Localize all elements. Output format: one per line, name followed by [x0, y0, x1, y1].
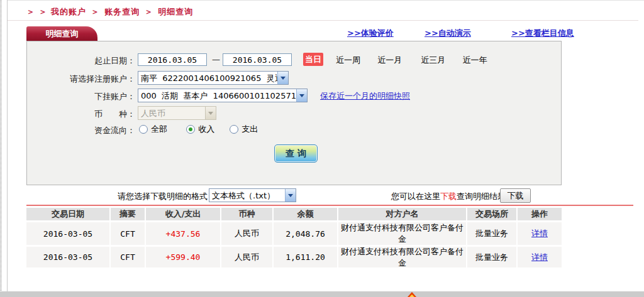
table-header-row: 交易日期 摘要 收入/支出 币种 余额 对方户名 交易场所 操作	[26, 208, 562, 220]
header-date: 交易日期	[26, 208, 111, 220]
range-last-year[interactable]: 近一年	[462, 55, 487, 66]
cell-summary: CFT	[111, 247, 146, 267]
cell-summary: CFT	[111, 222, 146, 245]
scroll-top-icon-inner	[409, 294, 414, 297]
currency-select: 人民币	[138, 106, 216, 120]
footer-bar	[0, 291, 644, 297]
radio-all-label: 全部	[151, 124, 167, 134]
cell-currency: 人民币	[221, 222, 274, 245]
left-dotted-border	[1, 0, 1, 297]
download-hint-before: 您可以在这里	[391, 192, 440, 201]
left-gray-line	[7, 0, 8, 291]
quick-range-row: 近一周 近一月 近三月 近一年	[336, 55, 487, 66]
registered-account-value: 南平 6222001406100921065 灵通卡	[138, 72, 277, 84]
breadcrumb-item-detail-query[interactable]: 明细查询	[158, 7, 193, 16]
link-experience-review[interactable]: >>体验评价	[347, 28, 394, 39]
detail-link[interactable]: 详情	[531, 228, 548, 239]
currency-label: 币 种：	[27, 109, 135, 120]
cell-date: 2016-03-05	[26, 222, 111, 245]
table-row: 2016-03-05 CFT +437.56 人民币 2,048.76 财付通支…	[26, 222, 562, 245]
currency-value: 人民币	[138, 107, 205, 119]
page: ＞ ＞ 我的账户 ＞ 账务查询 ＞ 明细查询 明细查询 >>体验评价 >>自动演…	[0, 0, 644, 297]
chevron-down-icon	[205, 107, 216, 119]
top-divider	[8, 0, 644, 1]
cell-balance: 2,048.76	[274, 222, 338, 245]
sub-account-label: 下挂账户：	[27, 91, 135, 102]
download-format-select[interactable]: 文本格式（.txt）	[209, 188, 296, 202]
header-action: 操作	[518, 208, 562, 220]
header-summary: 摘要	[111, 208, 146, 220]
radio-income[interactable]	[186, 125, 195, 134]
table-row: 2016-03-05 CFT +599.40 人民币 1,611.20 财付通支…	[26, 247, 562, 267]
download-format-value: 文本格式（.txt）	[209, 189, 285, 202]
chevron-down-icon[interactable]	[285, 189, 296, 202]
sub-account-select[interactable]: 000 活期 基本户 1406600101102571848	[138, 89, 308, 102]
breadcrumb-item-my-account[interactable]: 我的账户	[51, 7, 86, 16]
cell-currency: 人民币	[221, 247, 274, 267]
fund-flow-options: 全部 收入 支出	[139, 124, 258, 135]
date-to-input[interactable]	[223, 53, 292, 66]
header-balance: 余额	[274, 208, 338, 220]
registered-account-label: 请选择注册账户：	[27, 73, 135, 85]
download-hint-after: 查询明细结果	[457, 192, 506, 201]
download-format-label: 请您选择下载明细的格式	[26, 191, 208, 202]
cell-amount: +437.56	[146, 222, 221, 245]
cell-counterparty: 财付通支付科技有限公司客户备付金	[338, 222, 467, 245]
radio-all[interactable]	[139, 125, 148, 134]
download-hint: 您可以在这里下载查询明细结果	[391, 191, 506, 202]
breadcrumb-arrows: ＞ ＞	[26, 7, 48, 16]
header-venue: 交易场所	[467, 208, 518, 220]
breadcrumb-divider	[8, 20, 638, 21]
red-divider	[26, 205, 633, 206]
cell-date: 2016-03-05	[26, 247, 111, 267]
breadcrumb-separator: ＞	[145, 7, 153, 16]
range-last-month[interactable]: 近一月	[377, 55, 402, 66]
chevron-down-icon[interactable]	[296, 89, 307, 102]
fund-flow-label: 资金流向：	[27, 125, 135, 136]
detail-link[interactable]: 详情	[531, 252, 548, 263]
cell-amount: +599.40	[146, 247, 221, 267]
radio-expense-label: 支出	[242, 124, 258, 134]
query-form-panel: 起止日期： — 当日 近一周 近一月 近三月 近一年 请选择注册账户： 南平 6…	[26, 41, 562, 185]
header-counterparty: 对方户名	[338, 208, 467, 220]
radio-income-label: 收入	[198, 124, 214, 134]
cell-venue: 批量业务	[467, 247, 518, 267]
save-snapshot-link[interactable]: 保存近一个月的明细快照	[320, 90, 410, 102]
tab-detail-query[interactable]: 明细查询	[26, 26, 97, 41]
download-button[interactable]: 下载	[500, 188, 531, 203]
sub-account-value: 000 活期 基本户 1406600101102571848	[138, 89, 296, 102]
breadcrumb: ＞ ＞ 我的账户 ＞ 账务查询 ＞ 明细查询	[26, 6, 193, 18]
cell-counterparty: 财付通支付科技有限公司客户备付金	[338, 247, 467, 267]
cell-balance: 1,611.20	[274, 247, 338, 267]
registered-account-select[interactable]: 南平 6222001406100921065 灵通卡	[138, 71, 289, 85]
download-hint-link[interactable]: 下载	[440, 192, 457, 201]
results-table: 交易日期 摘要 收入/支出 币种 余额 对方户名 交易场所 操作 2016-03…	[26, 208, 562, 269]
header-currency: 币种	[221, 208, 274, 220]
date-range-dash: —	[212, 55, 220, 64]
link-view-column-info[interactable]: >>查看栏目信息	[511, 28, 574, 39]
radio-expense[interactable]	[230, 125, 238, 134]
cell-venue: 批量业务	[467, 222, 518, 245]
breadcrumb-separator: ＞	[91, 7, 100, 16]
link-auto-demo[interactable]: >>自动演示	[425, 28, 471, 39]
header-amount: 收入/支出	[146, 208, 221, 220]
range-last-quarter[interactable]: 近三月	[421, 55, 445, 66]
query-button[interactable]: 查 询	[274, 144, 318, 163]
today-button[interactable]: 当日	[303, 53, 323, 66]
date-range-label: 起止日期：	[27, 55, 135, 67]
chevron-down-icon[interactable]	[277, 72, 288, 84]
range-last-week[interactable]: 近一周	[336, 55, 360, 66]
date-from-input[interactable]	[138, 53, 207, 66]
breadcrumb-item-account-query[interactable]: 账务查询	[104, 7, 140, 16]
